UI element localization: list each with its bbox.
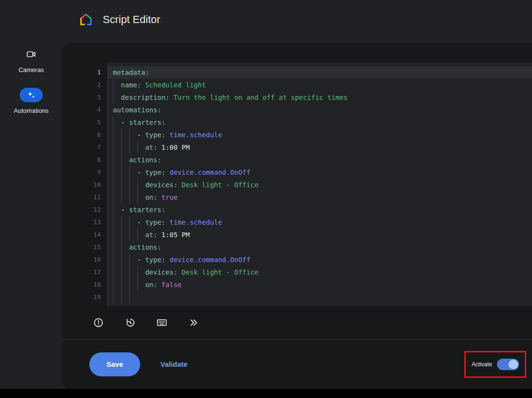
code-token: on: — [145, 193, 157, 201]
indent-guide — [121, 266, 129, 278]
code-line[interactable]: on: true — [108, 191, 532, 204]
indent-guide — [121, 166, 129, 179]
indent-guide — [121, 191, 129, 204]
code-token: devices: — [145, 268, 177, 276]
code-line[interactable]: - starters: — [108, 204, 532, 216]
indent-guide — [121, 154, 129, 166]
footer-bar: Save Validate Activate — [62, 339, 532, 389]
code-token: device.command.OnOff — [169, 256, 251, 264]
code-line[interactable]: automations: — [108, 104, 532, 116]
indent-guide — [113, 241, 121, 253]
code-token: - — [137, 169, 145, 176]
code-line[interactable]: - type: time.schedule — [108, 129, 532, 141]
code-editor[interactable]: 12345678910111213141516171819 metadata: … — [85, 62, 532, 306]
code-token: at: — [145, 231, 157, 239]
indent-guide — [129, 179, 137, 191]
code-token: time.schedule — [169, 131, 222, 139]
line-number: 11 — [85, 191, 108, 204]
indent-guide — [129, 129, 137, 141]
code-token: type: — [145, 218, 165, 226]
editor-toolbar — [85, 306, 200, 339]
indent-guide — [113, 266, 121, 278]
annotation-highlight: Activate — [464, 351, 526, 378]
indent-guide — [113, 253, 121, 266]
code-token: device.command.OnOff — [169, 169, 251, 176]
indent-guide — [129, 253, 137, 266]
line-number: 8 — [85, 154, 108, 166]
indent-guide — [129, 278, 137, 291]
indent-guide — [113, 204, 121, 216]
code-token: - — [137, 218, 145, 226]
code-token: type: — [145, 131, 165, 139]
code-token: metadata: — [113, 69, 149, 76]
indent-guide — [137, 266, 145, 278]
line-number: 15 — [85, 241, 108, 253]
code-token: time.schedule — [169, 218, 222, 226]
indent-guide — [129, 166, 137, 179]
line-number: 17 — [85, 266, 108, 278]
activate-label: Activate — [472, 361, 492, 368]
code-line[interactable]: devices: Desk light - Office — [108, 266, 532, 278]
validate-button[interactable]: Validate — [157, 360, 191, 369]
indent-guide — [113, 154, 121, 166]
indent-guide — [121, 129, 129, 141]
line-number: 16 — [85, 253, 108, 266]
camera-icon — [26, 47, 36, 61]
indent-guide — [129, 291, 137, 303]
indent-guide — [113, 216, 121, 229]
code-token: 1:05 PM — [161, 231, 190, 239]
code-token: description: — [121, 94, 169, 101]
code-token: Desk light - Office — [181, 181, 258, 189]
sparkle-icon — [20, 88, 43, 102]
indent-guide — [137, 179, 145, 191]
line-number: 5 — [85, 116, 108, 129]
code-line[interactable]: devices: Desk light - Office — [108, 179, 532, 191]
line-number: 1 — [85, 66, 108, 79]
line-number: 14 — [85, 229, 108, 241]
code-line[interactable]: at: 1:05 PM — [108, 229, 532, 241]
indent-guide — [121, 229, 129, 241]
line-number: 7 — [85, 141, 108, 154]
line-number: 13 — [85, 216, 108, 229]
code-line[interactable]: - type: device.command.OnOff — [108, 166, 532, 179]
code-line[interactable]: - type: time.schedule — [108, 216, 532, 229]
code-line[interactable]: metadata: — [108, 66, 532, 79]
code-token — [157, 281, 161, 289]
code-line[interactable]: on: false — [108, 278, 532, 291]
code-line[interactable]: - starters: — [108, 116, 532, 129]
code-content[interactable]: metadata: name: Scheduled light descript… — [108, 62, 532, 306]
sidebar-item-label: Cameras — [19, 66, 44, 73]
problems-icon[interactable] — [92, 316, 105, 329]
bottom-strip — [0, 389, 532, 398]
code-line[interactable]: description: Turn the light on and off a… — [108, 91, 532, 104]
line-number: 19 — [85, 291, 108, 303]
code-token: devices: — [145, 181, 177, 189]
indent-guide — [121, 278, 129, 291]
indent-guide — [129, 141, 137, 154]
sidebar-item-automations[interactable]: Automations — [14, 73, 48, 114]
code-token: actions: — [129, 156, 161, 164]
code-token: false — [161, 281, 181, 289]
indent-guide — [137, 141, 145, 154]
code-token: Turn the light on and off at specific ti… — [173, 94, 347, 101]
indent-guide — [113, 141, 121, 154]
activate-toggle[interactable] — [497, 359, 519, 370]
code-line[interactable]: actions: — [108, 154, 532, 166]
history-icon[interactable] — [124, 316, 136, 329]
sidebar-item-cameras[interactable]: Cameras — [19, 47, 44, 73]
app-header: Script Editor — [0, 0, 532, 39]
double-chevron-icon[interactable] — [187, 316, 200, 329]
indent-guide — [121, 216, 129, 229]
code-line[interactable]: at: 1:00 PM — [108, 141, 532, 154]
keyboard-icon[interactable] — [156, 316, 168, 329]
save-button[interactable]: Save — [89, 352, 140, 376]
code-line[interactable]: actions: — [108, 241, 532, 253]
code-line[interactable]: - type: device.command.OnOff — [108, 253, 532, 266]
line-number: 2 — [85, 79, 108, 91]
code-token — [166, 169, 169, 176]
code-line[interactable]: name: Scheduled light — [108, 79, 532, 91]
code-token — [166, 256, 169, 264]
code-token: name: — [121, 81, 141, 89]
code-token: on: — [145, 281, 157, 289]
code-line[interactable] — [108, 291, 532, 303]
